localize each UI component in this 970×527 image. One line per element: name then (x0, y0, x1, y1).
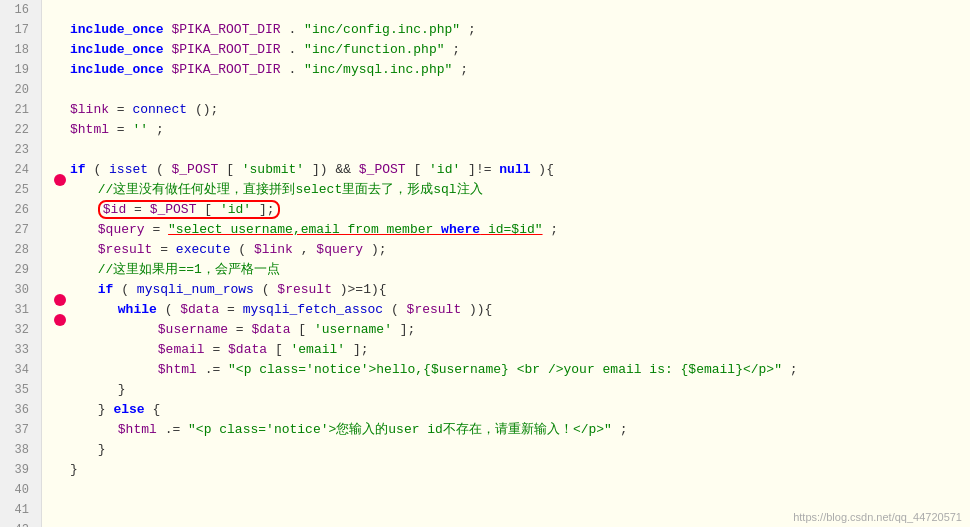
code-line-18: include_once $PIKA_ROOT_DIR . "inc/funct… (54, 40, 970, 60)
code-line-26: $id = $_POST [ 'id' ]; (54, 200, 970, 220)
code-line-24: if ( isset ( $_POST [ 'submit' ]) && $_P… (54, 160, 970, 180)
code-line-17: include_once $PIKA_ROOT_DIR . "inc/confi… (54, 20, 970, 40)
code-line-29: //这里如果用==1，会严格一点 (54, 260, 970, 280)
code-line-23 (54, 140, 970, 160)
code-editor: 16 17 18 19 20 21 22 23 24 25 26 27 28 2… (0, 0, 970, 527)
code-line-20 (54, 80, 970, 100)
code-line-39: } (54, 460, 970, 480)
code-line-25: //这里没有做任何处理，直接拼到select里面去了，形成sql注入 (54, 180, 970, 200)
code-line-31: while ( $data = mysqli_fetch_assoc ( $re… (54, 300, 970, 320)
line-numbers: 16 17 18 19 20 21 22 23 24 25 26 27 28 2… (0, 0, 42, 527)
code-line-22: $html = '' ; (54, 120, 970, 140)
code-line-37: $html .= "<p class='notice'>您输入的user id不… (54, 420, 970, 440)
code-line-36: } else { (54, 400, 970, 420)
code-line-27: $query = "select username,email from mem… (54, 220, 970, 240)
code-line-21: $link = connect (); (54, 100, 970, 120)
code-line-28: $result = execute ( $link , $query ); (54, 240, 970, 260)
code-line-30: if ( mysqli_num_rows ( $result )>=1){ (54, 280, 970, 300)
code-line-16 (54, 0, 970, 20)
code-line-35: } (54, 380, 970, 400)
oval-highlight-26: $id = $_POST [ 'id' ]; (98, 200, 280, 219)
code-line-19: include_once $PIKA_ROOT_DIR . "inc/mysql… (54, 60, 970, 80)
code-line-33: $email = $data [ 'email' ]; (54, 340, 970, 360)
code-line-34: $html .= "<p class='notice'>hello,{$user… (54, 360, 970, 380)
code-line-38: } (54, 440, 970, 460)
watermark: https://blog.csdn.net/qq_44720571 (793, 511, 962, 523)
code-line-40 (54, 480, 970, 500)
code-line-32: $username = $data [ 'username' ]; (54, 320, 970, 340)
code-text: include_once $PIKA_ROOT_DIR . "inc/confi… (42, 0, 970, 527)
